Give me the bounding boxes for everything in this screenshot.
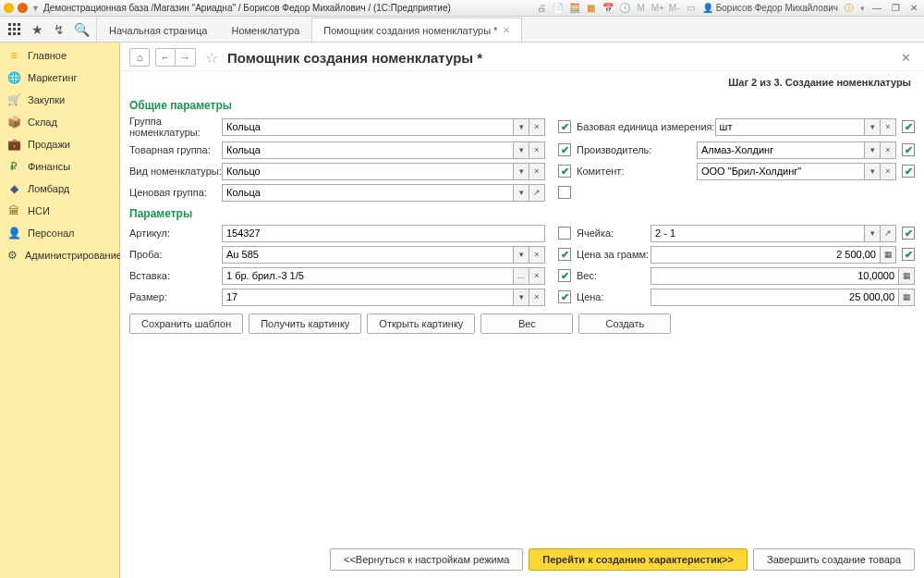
input-tov-group[interactable] <box>222 141 514 159</box>
input-articul[interactable] <box>222 225 545 242</box>
input-proba[interactable] <box>222 246 514 264</box>
more-button[interactable]: … <box>514 267 529 285</box>
checkbox-end[interactable]: ✔ <box>902 165 915 178</box>
open-image-button[interactable]: Открыть картинку <box>367 314 475 334</box>
dropdown-button[interactable]: ▾ <box>514 289 529 306</box>
input-vstavka[interactable] <box>222 267 514 285</box>
dropdown-button[interactable]: ▾ <box>514 246 529 264</box>
sidebar-item-main[interactable]: ≡Главное <box>0 44 119 67</box>
clock-icon[interactable]: 🕓 <box>619 3 630 14</box>
info-dropdown-icon[interactable]: ▾ <box>860 4 865 13</box>
minimize-button[interactable]: — <box>870 3 883 14</box>
sidebar-item-finance[interactable]: ₽Финансы <box>0 155 119 178</box>
input-vid-nom[interactable] <box>222 163 514 180</box>
input-price-group[interactable] <box>222 184 514 202</box>
dropdown-button[interactable]: ▾ <box>514 141 529 159</box>
input-group-nom[interactable] <box>222 118 514 136</box>
apps-icon[interactable] <box>7 22 22 37</box>
input-ves[interactable] <box>650 267 899 285</box>
checkbox-manufacturer[interactable]: ✔ <box>558 143 571 156</box>
sidebar-item-pawnshop[interactable]: ◆Ломбард <box>0 178 119 200</box>
close-icon[interactable]: ✕ <box>503 25 510 35</box>
tab-wizard[interactable]: Помощник создания номенклатуры *✕ <box>311 18 522 42</box>
sidebar-item-nsi[interactable]: 🏛НСИ <box>0 200 119 222</box>
sidebar-item-warehouse[interactable]: 📦Склад <box>0 111 119 133</box>
back-to-settings-button[interactable]: <<Вернуться к настройкам режима <box>330 548 523 571</box>
dropdown-icon[interactable]: ▼ <box>31 4 40 13</box>
dropdown-button[interactable]: ▾ <box>514 184 529 202</box>
forward-button[interactable]: → <box>176 48 196 67</box>
get-image-button[interactable]: Получить картинку <box>249 314 361 334</box>
checkbox-tsena[interactable]: ✔ <box>558 290 571 303</box>
print-icon[interactable]: 🖨 <box>536 3 547 14</box>
weight-button[interactable]: Вес <box>480 314 573 334</box>
calendar-icon[interactable]: 📅 <box>602 3 614 14</box>
window-icon[interactable]: ▭ <box>686 3 697 14</box>
grid-icon[interactable]: ▦ <box>586 3 597 14</box>
input-tsena[interactable] <box>650 289 899 306</box>
input-yacheika[interactable] <box>650 225 865 242</box>
clear-button[interactable]: × <box>529 246 545 264</box>
home-button[interactable]: ⌂ <box>129 48 150 67</box>
checkbox-base-unit[interactable]: ✔ <box>558 120 571 133</box>
favorites-icon[interactable]: ★ <box>30 22 44 37</box>
checkbox-yacheika[interactable] <box>558 227 571 240</box>
sidebar-item-sales[interactable]: 💼Продажи <box>0 133 119 155</box>
star-icon[interactable]: ☆ <box>205 49 218 67</box>
checkbox-empty[interactable] <box>558 186 571 199</box>
checkbox-end[interactable]: ✔ <box>902 227 915 240</box>
info-icon[interactable]: ⓘ <box>844 3 855 14</box>
back-button[interactable]: ← <box>155 48 176 67</box>
m-minus-button[interactable]: M- <box>669 3 680 14</box>
clear-button[interactable]: × <box>529 118 545 136</box>
clear-button[interactable]: × <box>881 141 896 159</box>
dropdown-button[interactable]: ▾ <box>865 163 881 180</box>
calc-button[interactable]: ▦ <box>899 289 915 306</box>
calc-icon[interactable]: 🧮 <box>569 3 580 14</box>
m-button[interactable]: M <box>636 3 647 14</box>
open-button[interactable]: ↗ <box>529 184 545 202</box>
dropdown-button[interactable]: ▾ <box>865 141 881 159</box>
input-komitent[interactable] <box>697 163 865 180</box>
clear-button[interactable]: × <box>529 141 545 159</box>
input-manufacturer[interactable] <box>697 141 865 159</box>
clear-button[interactable]: × <box>881 163 896 180</box>
save-template-button[interactable]: Сохранить шаблон <box>129 314 243 334</box>
checkbox-end[interactable]: ✔ <box>902 248 915 261</box>
clear-button[interactable]: × <box>529 289 545 306</box>
dropdown-button[interactable]: ▾ <box>514 163 529 180</box>
tab-start-page[interactable]: Начальная страница <box>97 18 219 42</box>
input-base-unit[interactable] <box>715 118 865 136</box>
current-user[interactable]: 👤 Борисов Федор Михайлович <box>702 3 838 13</box>
checkbox-price-gram[interactable]: ✔ <box>558 248 571 261</box>
finish-button[interactable]: Завершить создание товара <box>753 548 915 571</box>
clear-button[interactable]: × <box>529 163 545 180</box>
dropdown-button[interactable]: ▾ <box>865 118 881 136</box>
checkbox-ves[interactable]: ✔ <box>558 269 571 282</box>
maximize-button[interactable]: ❐ <box>889 3 902 14</box>
tab-nomenclature[interactable]: Номенклатура <box>219 18 311 42</box>
input-price-gram[interactable] <box>650 246 881 264</box>
dropdown-button[interactable]: ▾ <box>514 118 529 136</box>
clear-button[interactable]: × <box>529 267 545 285</box>
calc-button[interactable]: ▦ <box>881 246 896 264</box>
dropdown-button[interactable]: ▾ <box>865 225 881 242</box>
open-button[interactable]: ↗ <box>881 225 896 242</box>
search-icon[interactable]: 🔍 <box>74 22 89 37</box>
checkbox-end[interactable]: ✔ <box>902 143 915 156</box>
checkbox-komitent[interactable]: ✔ <box>558 165 571 178</box>
input-razmer[interactable] <box>222 289 514 306</box>
sidebar-item-admin[interactable]: ⚙Администрирование <box>0 244 119 266</box>
sidebar-item-marketing[interactable]: 🌐Маркетинг <box>0 67 119 89</box>
m-plus-button[interactable]: M+ <box>652 3 663 14</box>
sidebar-item-staff[interactable]: 👤Персонал <box>0 222 119 244</box>
calc-button[interactable]: ▦ <box>899 267 915 285</box>
close-window-button[interactable]: ✕ <box>907 3 920 14</box>
link-icon[interactable]: ↯ <box>52 22 67 37</box>
next-step-button[interactable]: Перейти к созданию характеристик>> <box>529 548 748 571</box>
sidebar-item-purchases[interactable]: 🛒Закупки <box>0 89 119 111</box>
doc-icon[interactable]: 📄 <box>553 3 564 14</box>
page-close-button[interactable]: ✕ <box>897 51 915 65</box>
create-button[interactable]: Создать <box>578 314 671 334</box>
checkbox-end[interactable]: ✔ <box>902 120 915 133</box>
